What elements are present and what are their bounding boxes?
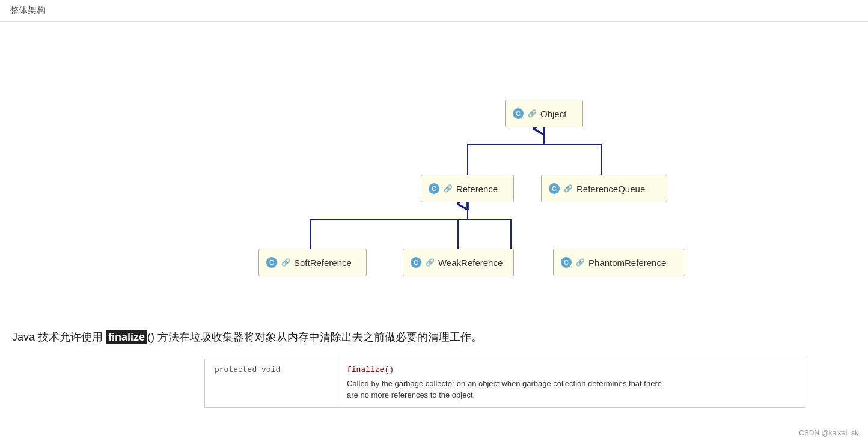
code-method: finalize() (347, 365, 795, 374)
class-label-weakreference: WeakReference (438, 258, 503, 268)
code-table: protected void finalize() Called by the … (204, 359, 805, 408)
class-box-referencequeue[interactable]: C 🔗 ReferenceQueue (541, 175, 667, 202)
pkg-icon-weakreference: 🔗 (425, 258, 435, 267)
code-cell-right: finalize() Called by the garbage collect… (337, 359, 805, 407)
main-paragraph: Java 技术允许使用 finalize() 方法在垃圾收集器将对象从内存中清除… (12, 328, 856, 347)
class-icon-phantomreference: C (561, 257, 572, 268)
class-box-reference[interactable]: C 🔗 Reference (421, 175, 514, 202)
pkg-icon-softreference: 🔗 (281, 258, 290, 267)
class-label-phantomreference: PhantomReference (588, 258, 666, 268)
code-modifier: protected void (205, 359, 337, 407)
class-icon-reference: C (429, 183, 439, 194)
class-icon-referencequeue: C (549, 183, 560, 194)
class-box-softreference[interactable]: C 🔗 SoftReference (258, 249, 367, 276)
code-row: protected void finalize() Called by the … (205, 359, 805, 408)
pkg-icon-object: 🔗 (527, 109, 537, 118)
watermark: CSDN @kaikai_sk (799, 429, 858, 437)
class-icon-object: C (513, 108, 524, 119)
main-text-after: () 方法在垃圾收集器将对象从内存中清除出去之前做必要的清理工作。 (147, 331, 482, 343)
class-label-reference: Reference (456, 184, 498, 194)
page-container: 整体架构 C 🔗 Object (0, 0, 868, 442)
class-icon-weakreference: C (411, 257, 421, 268)
class-label-softreference: SoftReference (294, 258, 352, 268)
class-icon-softreference: C (266, 257, 277, 268)
code-description-line1: Called by the garbage collector on an ob… (347, 379, 662, 388)
class-box-phantomreference[interactable]: C 🔗 PhantomReference (553, 249, 685, 276)
class-box-object[interactable]: C 🔗 Object (505, 100, 583, 127)
class-label-object: Object (540, 109, 566, 119)
diagram-area: C 🔗 Object C 🔗 Reference C 🔗 ReferenceQu… (0, 22, 868, 310)
section-title: 整体架构 (0, 0, 868, 22)
class-box-weakreference[interactable]: C 🔗 WeakReference (403, 249, 514, 276)
pkg-icon-phantomreference: 🔗 (575, 258, 585, 267)
finalize-keyword: finalize (106, 330, 147, 344)
class-label-referencequeue: ReferenceQueue (576, 184, 645, 194)
text-section: Java 技术允许使用 finalize() 方法在垃圾收集器将对象从内存中清除… (0, 310, 868, 420)
pkg-icon-reference: 🔗 (443, 184, 453, 193)
pkg-icon-referencequeue: 🔗 (563, 184, 573, 193)
code-description-line2: are no more references to the object. (347, 390, 475, 399)
main-text-before: Java 技术允许使用 (12, 331, 106, 343)
